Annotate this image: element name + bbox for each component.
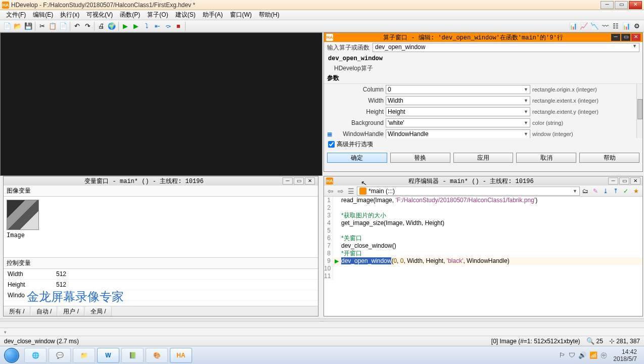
code-line[interactable]: 9▶dev_open_window(0, 0, Width, Height, '… [324,257,642,265]
code-line[interactable]: 8*开窗口 [324,250,642,257]
task-browser[interactable]: 🌐 [24,348,47,363]
menu-suggest[interactable]: 建议(S) [172,10,199,20]
param-value-input[interactable]: 0▼ [386,85,530,94]
tb-copy-icon[interactable]: 📋 [48,21,58,31]
menu-operator[interactable]: 算子(O) [144,10,171,20]
tb-chart2-icon[interactable]: 📈 [579,21,589,31]
splitter[interactable]: ⋯ [0,318,644,322]
menu-assistant[interactable]: 助手(A) [200,10,226,20]
tb-print-icon[interactable]: 🖨 [96,21,106,31]
tb-new-icon[interactable]: 📄 [2,21,12,31]
tb-cut-icon[interactable]: ✂ [37,21,47,31]
param-value-input[interactable]: 'white'▼ [386,118,530,127]
nav-back-icon[interactable]: ⇦ [326,187,335,195]
tab-global[interactable]: 全局 / [85,306,112,316]
tool-icon[interactable]: ⤓ [601,187,610,196]
dialog-close-button[interactable]: ✕ [631,34,640,41]
dropdown-icon[interactable]: ▼ [524,109,528,114]
code-line[interactable]: 2 [324,204,642,212]
task-paint[interactable]: 🎨 [146,348,168,363]
tray-network-icon[interactable]: 📶 [589,351,597,359]
advanced-checkbox[interactable] [328,141,335,148]
apply-button[interactable]: 应用 [453,153,514,163]
menu-window[interactable]: 窗口(W) [227,10,255,20]
dialog-minimize-button[interactable]: ─ [611,34,620,41]
operator-input[interactable]: dev_open_window▼ [373,43,639,52]
tab-auto[interactable]: 自动 / [31,306,58,316]
minimize-button[interactable]: ─ [601,1,614,9]
ctrl-var-row[interactable]: Width512 [4,269,318,280]
tray-shield-icon[interactable]: 🛡 [569,351,575,359]
task-explorer[interactable]: 📁 [73,348,95,363]
code-line[interactable]: 11 [324,272,642,280]
code-line[interactable]: 5 [324,227,642,235]
tb-chart4-icon[interactable]: 〰 [600,21,610,31]
dropdown-icon[interactable]: ▼ [524,120,528,125]
clock[interactable]: 14:42 2018/5/7 [610,348,640,362]
tb-save-icon[interactable]: 💾 [23,21,33,31]
replace-button[interactable]: 替换 [390,153,450,163]
variables-title-bar[interactable]: 变量窗口 - main* () - 主线程: 10196 ─ ▭ ✕ [4,176,318,186]
menu-edit[interactable]: 编辑(E) [30,10,56,20]
task-hdevelop[interactable]: HA [170,348,192,363]
maximize-button[interactable]: ▭ [615,1,628,9]
graphics-window[interactable] [0,32,323,176]
help-button[interactable]: 帮助 [579,153,639,163]
menu-execute[interactable]: 执行(x) [57,10,82,20]
tb-redo-icon[interactable]: ↷ [82,21,93,31]
tb-step-back-icon[interactable]: ⇤ [152,21,162,31]
tray-ime-icon[interactable]: ㊥ [601,351,607,360]
tool-icon[interactable]: ✓ [621,187,630,196]
menu-function[interactable]: 函数(P) [117,10,143,20]
tb-run-step-icon[interactable]: ▶ [131,21,141,31]
task-wps[interactable]: W [97,348,119,363]
tb-step-over-icon[interactable]: ⤼ [163,21,173,31]
tb-open-icon[interactable]: 📂 [13,21,23,31]
tb-chart1-icon[interactable]: 📊 [568,21,578,31]
tb-wizard-icon[interactable]: 🌍 [107,21,117,31]
close-button[interactable]: ✕ [629,1,642,9]
dropdown-icon[interactable]: ▼ [524,98,528,103]
tb-undo-icon[interactable]: ↶ [72,21,82,31]
image-thumbnail[interactable] [7,200,39,230]
start-button[interactable] [0,346,23,365]
ok-button[interactable]: 确定 [327,153,387,163]
tab-all[interactable]: 所有 / [4,306,30,316]
var-close-button[interactable]: ✕ [305,177,315,185]
var-maximize-button[interactable]: ▭ [294,177,304,185]
dropdown-icon[interactable]: ▼ [573,189,577,194]
code-line[interactable]: 3*获取图片的大小 [324,212,642,219]
cancel-button[interactable]: 取消 [516,153,576,163]
operator-dialog-title-bar[interactable]: HA 算子窗口 - 编辑: 'dev_open_window'在函数'main'… [324,33,642,42]
code-line[interactable]: 7dev_close_window() [324,242,642,250]
dialog-maximize-button[interactable]: ▭ [621,34,630,41]
tb-chart5-icon[interactable]: ☷ [611,21,621,31]
program-editor-title-bar[interactable]: HA 程序编辑器 - main* () - 主线程: 10196 ─ ▭ ✕ [324,176,642,186]
tb-chart3-icon[interactable]: 📉 [589,21,600,31]
prog-close-button[interactable]: ✕ [630,177,640,185]
code-line[interactable]: 6*关窗口 [324,235,642,242]
tool-icon[interactable]: ⤒ [611,187,620,196]
dropdown-icon[interactable]: ▼ [632,43,637,49]
menu-file[interactable]: 文件(F) [3,10,29,20]
tab-user[interactable]: 用户 / [58,306,84,316]
code-editor[interactable]: 1read_image(Image, 'F:/HalconStudy/20180… [324,197,642,306]
dropdown-icon[interactable]: ▼ [524,131,528,136]
tb-chart6-icon[interactable]: 📊 [621,21,631,31]
tb-run-icon[interactable]: ▶ [120,21,130,31]
tray-flag-icon[interactable]: 🏳 [559,351,566,359]
tool-icon[interactable]: 🗂 [581,187,590,196]
prog-minimize-button[interactable]: ─ [608,177,618,185]
param-value-input[interactable]: Width▼ [386,96,530,105]
nav-forward-icon[interactable]: ⇨ [336,187,345,195]
tb-stop-icon[interactable]: ■ [173,21,183,31]
dropdown-icon[interactable]: ▼ [524,87,528,92]
zoom-icon[interactable]: 🔍 [586,337,594,345]
code-line[interactable]: 1read_image(Image, 'F:/HalconStudy/20180… [324,197,642,204]
expand-handle-icon[interactable]: ▾ [4,330,7,335]
var-minimize-button[interactable]: ─ [283,177,293,185]
scrollbar[interactable] [636,84,642,138]
task-app[interactable]: 💬 [49,348,71,363]
tb-chart7-icon[interactable]: ⚙ [632,21,642,31]
menu-help[interactable]: 帮助(H) [256,10,283,20]
